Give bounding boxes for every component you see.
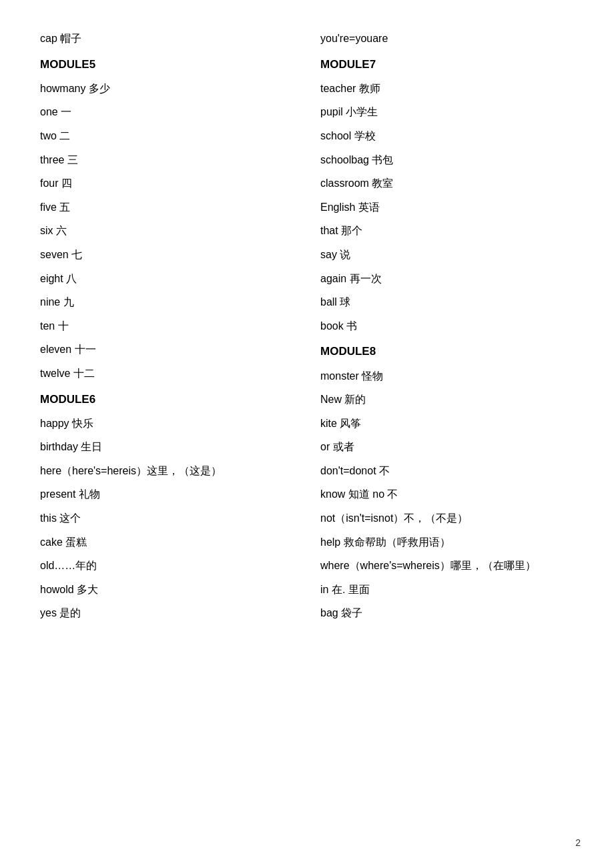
vocab-item-cap: cap 帽子 bbox=[40, 27, 294, 51]
page-container: cap 帽子MODULE5howmany 多少one 一two 二three 三… bbox=[40, 27, 574, 625]
vocab-item-ball: ball 球 bbox=[320, 290, 574, 314]
vocab-item-twelve: twelve 十二 bbox=[40, 362, 294, 386]
vocab-item-bag: bag 袋子 bbox=[320, 601, 574, 625]
vocab-item-this: this 这个 bbox=[40, 506, 294, 530]
vocab-item-here: here（here's=hereis）这里，（这是） bbox=[40, 459, 294, 483]
vocab-item-help: help 救命帮助（呼救用语） bbox=[320, 530, 574, 554]
vocab-item-module7: MODULE7 bbox=[320, 52, 574, 77]
vocab-item-eight: eight 八 bbox=[40, 267, 294, 291]
vocab-item-schoolbag: schoolbag 书包 bbox=[320, 148, 574, 172]
vocab-item-three: three 三 bbox=[40, 148, 294, 172]
vocab-item-english: English 英语 bbox=[320, 195, 574, 220]
vocab-item-birthday: birthday 生日 bbox=[40, 435, 294, 459]
vocab-item-nine: nine 九 bbox=[40, 290, 294, 314]
vocab-item-again: again 再一次 bbox=[320, 267, 574, 291]
vocab-item-not: not（isn't=isnot）不，（不是） bbox=[320, 506, 574, 530]
vocab-item-howold: howold 多大 bbox=[40, 578, 294, 602]
vocab-item-seven: seven 七 bbox=[40, 243, 294, 267]
vocab-item-five: five 五 bbox=[40, 195, 294, 220]
vocab-item-module6: MODULE6 bbox=[40, 387, 294, 412]
vocab-item-six: six 六 bbox=[40, 219, 294, 243]
vocab-item-module8: MODULE8 bbox=[320, 339, 574, 364]
vocab-item-happy: happy 快乐 bbox=[40, 412, 294, 436]
vocab-item-pupil: pupil 小学生 bbox=[320, 100, 574, 124]
vocab-item-old: old……年的 bbox=[40, 554, 294, 578]
vocab-item-say: say 说 bbox=[320, 243, 574, 267]
vocab-item-teacher: teacher 教师 bbox=[320, 77, 574, 101]
vocab-item-that: that 那个 bbox=[320, 219, 574, 243]
vocab-item-youre: you're=youare bbox=[320, 27, 574, 51]
vocab-item-in: in 在. 里面 bbox=[320, 578, 574, 602]
vocab-item-cake: cake 蛋糕 bbox=[40, 530, 294, 554]
vocab-item-new: New 新的 bbox=[320, 388, 574, 412]
vocab-item-four: four 四 bbox=[40, 171, 294, 195]
vocab-item-two: two 二 bbox=[40, 124, 294, 148]
vocab-item-one: one 一 bbox=[40, 100, 294, 124]
vocab-item-know: know 知道 no 不 bbox=[320, 482, 574, 506]
page-number: 2 bbox=[575, 837, 581, 848]
vocab-item-school: school 学校 bbox=[320, 124, 574, 148]
vocab-item-module5: MODULE5 bbox=[40, 52, 294, 77]
vocab-item-classroom: classroom 教室 bbox=[320, 171, 574, 195]
vocab-item-monster: monster 怪物 bbox=[320, 364, 574, 388]
vocab-item-kite: kite 风筝 bbox=[320, 412, 574, 436]
vocab-item-present: present 礼物 bbox=[40, 482, 294, 506]
vocab-item-yes: yes 是的 bbox=[40, 601, 294, 625]
vocab-item-eleven: eleven 十一 bbox=[40, 338, 294, 362]
vocab-item-book: book 书 bbox=[320, 314, 574, 338]
vocab-item-ten: ten 十 bbox=[40, 314, 294, 338]
vocab-item-or: or 或者 bbox=[320, 435, 574, 459]
vocab-item-dont: don't=donot 不 bbox=[320, 459, 574, 483]
vocab-item-where: where（where's=whereis）哪里，（在哪里） bbox=[320, 554, 574, 578]
left-column: cap 帽子MODULE5howmany 多少one 一two 二three 三… bbox=[40, 27, 314, 625]
right-column: you're=youareMODULE7teacher 教师pupil 小学生s… bbox=[314, 27, 574, 625]
vocab-item-howmany: howmany 多少 bbox=[40, 77, 294, 101]
